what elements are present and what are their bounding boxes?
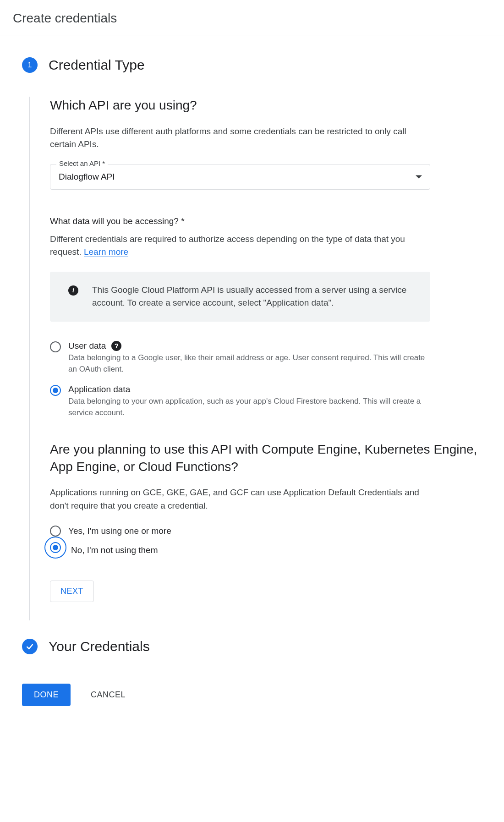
radio-focus-ring: [44, 537, 66, 559]
data-section-heading: What data will you be accessing? *: [50, 216, 491, 226]
caret-down-icon: [416, 175, 422, 178]
platform-section-desc: Applications running on GCE, GKE, GAE, a…: [50, 486, 426, 512]
radio-label-row: Application data: [68, 384, 430, 395]
cancel-button[interactable]: CANCEL: [91, 690, 126, 700]
api-section-heading: Which API are you using?: [50, 97, 491, 114]
footer-buttons: DONE CANCEL: [22, 684, 491, 706]
step2-check-icon: [22, 639, 38, 654]
step1-header: 1 Credential Type: [22, 57, 491, 73]
radio-label: Application data: [68, 384, 130, 395]
radio-icon: [50, 341, 61, 352]
info-text: This Google Cloud Platform API is usuall…: [92, 284, 417, 310]
page-title: Create credentials: [13, 11, 491, 26]
step1-body: Which API are you using? Different APIs …: [29, 97, 491, 620]
api-select-value: Dialogflow API: [59, 172, 115, 182]
radio-no-not-using[interactable]: No, I'm not using them: [50, 542, 430, 559]
api-section-desc: Different APIs use different auth platfo…: [50, 125, 426, 151]
api-select[interactable]: Dialogflow API: [50, 164, 430, 190]
step2-title: Your Credentials: [49, 639, 150, 654]
radio-application-data[interactable]: Application data Data belonging to your …: [50, 384, 430, 419]
radio-content: Application data Data belonging to your …: [68, 384, 430, 419]
next-button[interactable]: NEXT: [50, 581, 94, 602]
radio-inner-icon: [53, 545, 58, 550]
platform-section-heading: Are you planning to use this API with Co…: [50, 441, 491, 476]
radio-content: User data ? Data belonging to a Google u…: [68, 341, 430, 375]
radio-yes-using[interactable]: Yes, I'm using one or more: [50, 525, 430, 537]
done-button[interactable]: DONE: [22, 684, 71, 706]
platform-radio-group: Yes, I'm using one or more No, I'm not u…: [50, 525, 491, 559]
info-icon: i: [68, 285, 78, 296]
radio-label: User data: [68, 341, 106, 351]
radio-desc: Data belonging to a Google user, like th…: [68, 352, 430, 375]
radio-icon: [50, 542, 61, 553]
radio-icon: [50, 385, 61, 396]
learn-more-link[interactable]: Learn more: [84, 247, 128, 257]
info-box: i This Google Cloud Platform API is usua…: [50, 272, 430, 322]
api-select-wrapper: Select an API * Dialogflow API: [50, 164, 430, 190]
radio-inner-icon: [53, 388, 58, 393]
data-section-desc: Different credentials are required to au…: [50, 233, 426, 259]
radio-label: No, I'm not using them: [71, 545, 158, 555]
content: 1 Credential Type Which API are you usin…: [0, 35, 504, 719]
radio-icon: [50, 526, 61, 537]
radio-user-data[interactable]: User data ? Data belonging to a Google u…: [50, 341, 430, 375]
step1-badge: 1: [22, 57, 38, 73]
help-icon[interactable]: ?: [111, 341, 121, 351]
radio-label-row: User data ?: [68, 341, 430, 351]
step2-header: Your Credentials: [22, 639, 491, 654]
data-type-radio-group: User data ? Data belonging to a Google u…: [50, 341, 491, 419]
page-header: Create credentials: [0, 0, 504, 35]
radio-desc: Data belonging to your own application, …: [68, 395, 430, 419]
step1-title: Credential Type: [49, 57, 145, 73]
radio-label: Yes, I'm using one or more: [68, 526, 171, 536]
api-select-label: Select an API *: [56, 159, 108, 167]
